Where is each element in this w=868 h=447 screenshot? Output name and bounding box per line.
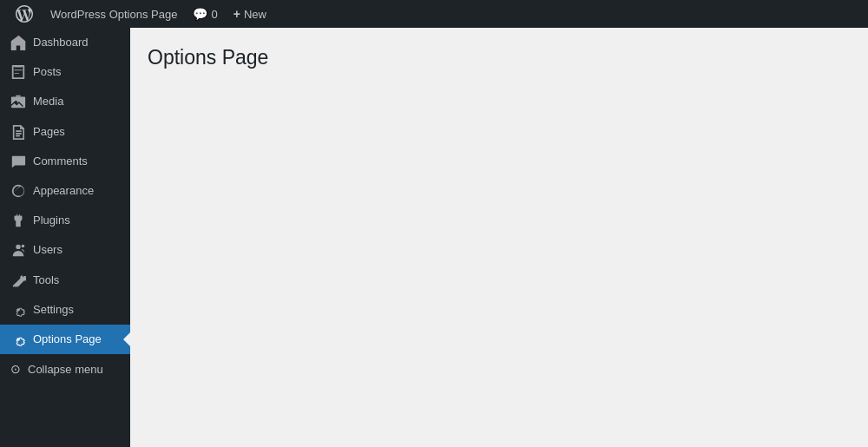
collapse-menu-label: Collapse menu	[28, 363, 103, 376]
plus-icon: +	[233, 7, 240, 21]
main-content: Options Page	[130, 28, 868, 447]
svg-point-6	[22, 245, 25, 248]
sidebar-item-tools[interactable]: Tools	[0, 266, 130, 295]
sidebar-item-users[interactable]: Users	[0, 235, 130, 265]
sidebar-item-settings[interactable]: Settings	[0, 295, 130, 325]
collapse-menu-item[interactable]: ⊙ Collapse menu	[0, 354, 130, 384]
sidebar-label-media: Media	[33, 94, 63, 109]
dashboard-icon	[10, 35, 26, 50]
sidebar-item-posts[interactable]: Posts	[0, 57, 130, 87]
users-icon	[10, 242, 26, 258]
sidebar-item-options-page[interactable]: Options Page	[0, 325, 130, 354]
sidebar-item-comments[interactable]: Comments	[0, 147, 130, 176]
wp-wrap: Dashboard Posts Media Pages Comments	[0, 28, 868, 447]
pages-icon	[10, 124, 26, 140]
sidebar-label-options-page: Options Page	[33, 332, 102, 347]
comments-menu-icon	[10, 154, 26, 169]
sidebar-item-plugins[interactable]: Plugins	[0, 206, 130, 235]
sidebar-label-tools: Tools	[33, 273, 59, 288]
plugins-icon	[10, 213, 26, 228]
sidebar-label-comments: Comments	[33, 154, 88, 169]
page-title: Options Page	[148, 45, 851, 71]
settings-icon	[10, 302, 26, 318]
sidebar-item-pages[interactable]: Pages	[0, 117, 130, 147]
site-name-item[interactable]: WordPress Options Page	[42, 0, 186, 28]
new-item[interactable]: + New	[225, 0, 275, 28]
sidebar-label-pages: Pages	[33, 124, 65, 140]
collapse-icon: ⊙	[10, 362, 21, 376]
new-label: New	[244, 8, 266, 21]
sidebar-label-plugins: Plugins	[33, 213, 70, 228]
wp-logo-icon	[16, 5, 33, 23]
sidebar-item-dashboard[interactable]: Dashboard	[0, 28, 130, 57]
site-name-text: WordPress Options Page	[50, 8, 177, 21]
sidebar-label-appearance: Appearance	[33, 183, 94, 199]
appearance-icon	[10, 183, 26, 199]
sidebar-label-settings: Settings	[33, 302, 74, 318]
media-icon	[10, 94, 26, 109]
sidebar-item-media[interactable]: Media	[0, 87, 130, 116]
tools-icon	[10, 273, 26, 288]
sidebar-item-appearance[interactable]: Appearance	[0, 176, 130, 206]
posts-icon	[10, 64, 26, 80]
sidebar-label-users: Users	[33, 242, 62, 258]
admin-sidebar: Dashboard Posts Media Pages Comments	[0, 28, 130, 447]
admin-bar: WordPress Options Page 💬 0 + New	[0, 0, 868, 28]
comments-count: 0	[211, 8, 217, 21]
sidebar-label-posts: Posts	[33, 64, 62, 80]
comments-item[interactable]: 💬 0	[186, 0, 224, 28]
comment-bubble-icon: 💬	[193, 7, 207, 21]
options-page-icon	[10, 332, 26, 347]
sidebar-label-dashboard: Dashboard	[33, 35, 89, 50]
wp-logo-item[interactable]	[7, 0, 42, 28]
svg-point-5	[16, 245, 20, 249]
